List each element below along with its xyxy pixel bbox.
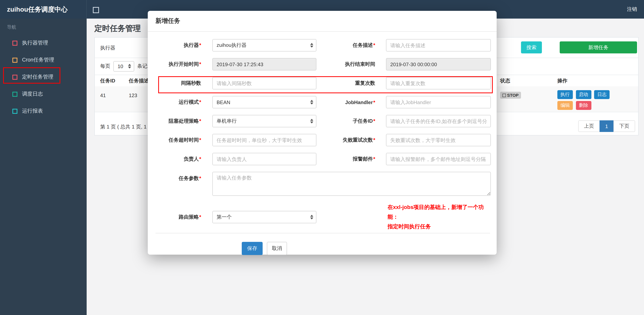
menu-toggle-icon[interactable]	[93, 7, 99, 13]
fail-retry-input[interactable]	[386, 134, 491, 146]
sidebar-item-run-report[interactable]: 运行报表	[0, 103, 87, 120]
repeat-count-label: 重复次数	[316, 80, 375, 87]
end-time-label: 执行结束时间	[316, 61, 375, 68]
app-brand: zuihou任务调度中心	[0, 0, 87, 19]
modal-note-line: 在xxl-jobs项目的基础上，新增了一个功能：	[388, 202, 491, 222]
delete-button[interactable]: 删除	[576, 101, 591, 110]
add-task-button[interactable]: 新增任务	[560, 41, 637, 53]
owner-label: 负责人	[156, 156, 201, 163]
sidebar-menu: 执行器管理 Cron任务管理 定时任务管理 调度日志 运行报表	[0, 35, 87, 120]
cancel-button[interactable]: 取消	[267, 242, 287, 255]
alarm-email-input[interactable]	[386, 153, 491, 165]
sidebar-item-dispatch-log[interactable]: 调度日志	[0, 86, 87, 103]
modal-footer: 保存 取消	[156, 233, 490, 255]
square-icon	[12, 75, 18, 80]
sidebar-item-cron[interactable]: Cron任务管理	[0, 52, 87, 69]
block-strategy-value: 单机串行	[216, 118, 310, 125]
task-desc-label: 任务描述	[316, 42, 375, 49]
per-page-value: 10	[118, 63, 128, 69]
sidebar-section-label: 导航	[0, 19, 87, 33]
modal-note: 在xxl-jobs项目的基础上，新增了一个功能： 指定时间执行任务	[388, 202, 491, 231]
select-arrows-icon	[310, 215, 313, 219]
executor-select[interactable]: zuihou执行器	[212, 39, 316, 52]
sidebar-item-label: 执行器管理	[22, 40, 48, 47]
save-button[interactable]: 保存	[242, 242, 263, 255]
status-badge: STOP	[500, 92, 521, 99]
executor-label: 执行器	[156, 42, 201, 49]
interval-label: 间隔秒数	[156, 80, 201, 87]
form-row: 阻塞处理策略 单机串行 子任务ID	[156, 115, 491, 127]
sidebar-item-label: 调度日志	[22, 91, 43, 98]
executor-filter-label: 执行器	[100, 45, 115, 52]
modal-note-line: 指定时间执行任务	[388, 222, 491, 231]
timeout-label: 任务超时时间	[156, 137, 201, 144]
square-icon	[12, 92, 18, 97]
page-title: 定时任务管理	[94, 23, 141, 34]
fail-retry-label: 失败重试次数	[316, 137, 375, 144]
pagination-page-1[interactable]: 1	[600, 120, 614, 132]
select-arrows-icon	[310, 119, 313, 123]
form-row: 运行模式 BEAN JobHandler	[156, 96, 491, 108]
sidebar: 导航 执行器管理 Cron任务管理 定时任务管理 调度日志 运行报表	[0, 19, 87, 315]
pagination: 上页 1 下页	[578, 120, 635, 132]
pagination-prev[interactable]: 上页	[578, 120, 600, 132]
form-row: 负责人 报警邮件	[156, 153, 491, 165]
execute-button[interactable]: 执行	[557, 90, 573, 99]
child-job-id-label: 子任务ID	[316, 118, 375, 125]
sidebar-item-label: 运行报表	[22, 108, 43, 115]
modal-body: 执行器 zuihou执行器 任务描述 执行开始时间 执行结束时间 间隔秒数 重复…	[148, 32, 497, 231]
task-desc-input[interactable]	[386, 39, 491, 52]
row-actions: 执行 启动 日志 编辑 删除	[557, 90, 644, 112]
status-text: STOP	[507, 93, 519, 98]
owner-input[interactable]	[212, 153, 316, 165]
sidebar-item-label: Cron任务管理	[22, 57, 54, 64]
square-icon	[12, 109, 18, 114]
form-row: 执行器 zuihou执行器 任务描述	[156, 39, 491, 52]
job-params-textarea[interactable]	[212, 172, 491, 196]
run-mode-value: BEAN	[216, 99, 310, 105]
form-row: 任务超时时间 失败重试次数	[156, 134, 491, 146]
per-page-prefix: 每页	[100, 63, 110, 70]
search-button[interactable]: 搜索	[521, 41, 542, 53]
interval-input[interactable]	[212, 77, 316, 89]
app-root: zuihou任务调度中心 注销 导航 执行器管理 Cron任务管理 定时任务管理…	[0, 0, 644, 315]
form-row-datetime: 执行开始时间 执行结束时间	[156, 58, 491, 70]
start-time-input[interactable]	[212, 58, 316, 70]
start-time-label: 执行开始时间	[156, 61, 201, 68]
route-strategy-select[interactable]: 第一个	[212, 211, 316, 223]
sidebar-item-scheduled-tasks[interactable]: 定时任务管理	[0, 69, 87, 86]
form-row-route: 路由策略 第一个 在xxl-jobs项目的基础上，新增了一个功能： 指定时间执行…	[156, 202, 491, 231]
column-header-task-desc: 任务描述	[129, 75, 149, 87]
block-strategy-label: 阻塞处理策略	[156, 118, 201, 125]
logout-link[interactable]: 注销	[627, 0, 637, 19]
alarm-email-label: 报警邮件	[316, 156, 375, 163]
job-handler-label: JobHandler	[316, 99, 375, 105]
run-mode-select[interactable]: BEAN	[212, 96, 316, 108]
sidebar-item-executor[interactable]: 执行器管理	[0, 35, 87, 52]
sidebar-item-label: 定时任务管理	[22, 74, 54, 81]
cell-task-id: 41	[100, 93, 106, 98]
start-button[interactable]: 启动	[576, 90, 591, 99]
form-row: 间隔秒数 重复次数	[156, 77, 491, 89]
route-strategy-value: 第一个	[216, 213, 310, 220]
cell-task-desc: 123	[129, 93, 137, 98]
select-arrows-icon	[310, 100, 313, 105]
column-header-actions: 操作	[557, 75, 568, 87]
executor-select-value: zuihou执行器	[216, 42, 310, 49]
select-arrows-icon	[128, 64, 131, 69]
log-button[interactable]: 日志	[594, 90, 610, 99]
pagination-next[interactable]: 下页	[614, 120, 635, 132]
timeout-input[interactable]	[212, 134, 316, 146]
edit-button[interactable]: 编辑	[557, 101, 573, 110]
child-job-id-input[interactable]	[386, 115, 491, 127]
square-glyph-icon	[502, 94, 506, 97]
column-header-task-id: 任务ID	[100, 75, 115, 87]
square-icon	[12, 58, 18, 63]
per-page-select[interactable]: 10	[113, 61, 134, 71]
job-params-label: 任务参数	[156, 175, 201, 182]
repeat-count-input[interactable]	[386, 77, 491, 89]
end-time-input[interactable]	[386, 58, 491, 70]
job-handler-input[interactable]	[386, 96, 491, 108]
block-strategy-select[interactable]: 单机串行	[212, 115, 316, 127]
add-task-modal: 新增任务 执行器 zuihou执行器 任务描述 执行开始时间 执行结束时间 间隔…	[148, 11, 497, 255]
